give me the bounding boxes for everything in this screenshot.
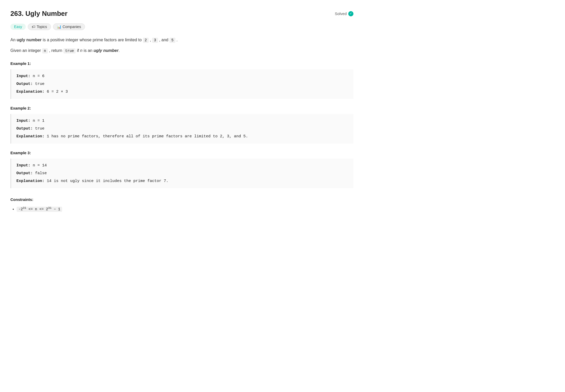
example-3-content: Input: n = 14 Output: false Explanation:…	[10, 159, 353, 188]
desc2-mid1: , return	[48, 48, 63, 53]
topics-tag[interactable]: 🏷 Topics	[28, 23, 51, 30]
desc-code-2: 2	[143, 38, 149, 43]
constraint-code-0: -231 <= n <= 231 − 1	[17, 207, 62, 212]
solved-badge: Solved ✓	[335, 11, 353, 17]
example-3-title: Example 3:	[10, 150, 353, 156]
constraints-list: -231 <= n <= 231 − 1	[10, 206, 353, 212]
companies-icon: 📊	[57, 25, 61, 29]
description-line1: An ugly number is a positive integer who…	[10, 36, 353, 44]
topics-icon: 🏷	[32, 25, 35, 29]
desc-sep1: ,	[149, 38, 152, 42]
example-3-output: Output: false	[16, 170, 348, 177]
companies-label: Companies	[63, 25, 81, 29]
difficulty-tag[interactable]: Easy	[10, 24, 26, 30]
desc2-mid3: is an	[82, 48, 94, 53]
example-3: Example 3: Input: n = 14 Output: false E…	[10, 150, 353, 188]
constraints-title: Constraints:	[10, 197, 353, 203]
desc2-prefix: Given an integer	[10, 48, 42, 53]
desc-code-5: 5	[169, 38, 175, 43]
desc2-n-italic: n	[80, 48, 82, 53]
constraints-section: Constraints: -231 <= n <= 231 − 1	[10, 197, 353, 212]
tags-row: Easy 🏷 Topics 📊 Companies	[10, 23, 353, 30]
solved-label: Solved	[335, 11, 347, 17]
companies-tag[interactable]: 📊 Companies	[53, 23, 85, 30]
solved-check-icon: ✓	[348, 11, 353, 16]
example-2: Example 2: Input: n = 1 Output: true Exp…	[10, 105, 353, 144]
example-3-explanation: Explanation: 14 is not ugly since it inc…	[16, 177, 348, 185]
example-1-input: Input: n = 6	[16, 72, 348, 80]
desc-code-3: 3	[152, 38, 158, 43]
constraint-item-0: -231 <= n <= 231 − 1	[17, 206, 353, 212]
example-1-output: Output: true	[16, 80, 348, 88]
topics-label: Topics	[37, 25, 47, 29]
example-2-explanation: Explanation: 1 has no prime factors, the…	[16, 133, 348, 140]
title-row: 263. Ugly Number Solved ✓	[10, 8, 353, 19]
example-1: Example 1: Input: n = 6 Output: true Exp…	[10, 60, 353, 99]
desc-ugly-bold: ugly number	[17, 38, 42, 42]
desc2-mid2: if	[76, 48, 80, 53]
example-2-input: Input: n = 1	[16, 117, 348, 125]
desc2-code-true: true	[63, 48, 76, 53]
example-2-output: Output: true	[16, 125, 348, 133]
desc-sep2: , and	[158, 38, 169, 42]
page-container: 263. Ugly Number Solved ✓ Easy 🏷 Topics …	[10, 8, 353, 212]
desc2-ugly-bold-italic: ugly number	[94, 48, 119, 53]
desc2-suffix: .	[119, 48, 120, 53]
problem-title: 263. Ugly Number	[10, 8, 68, 19]
desc-suffix: .	[175, 38, 178, 42]
example-3-input: Input: n = 14	[16, 162, 348, 170]
description-line2: Given an integer n , return true if n is…	[10, 47, 353, 54]
description: An ugly number is a positive integer who…	[10, 36, 353, 55]
desc-mid: is a positive integer whose prime factor…	[42, 38, 143, 42]
example-1-content: Input: n = 6 Output: true Explanation: 6…	[10, 69, 353, 99]
example-2-content: Input: n = 1 Output: true Explanation: 1…	[10, 114, 353, 144]
example-2-title: Example 2:	[10, 105, 353, 111]
example-1-explanation: Explanation: 6 = 2 × 3	[16, 88, 348, 96]
example-1-title: Example 1:	[10, 60, 353, 67]
desc2-code-n1: n	[42, 48, 48, 53]
desc-prefix: An	[10, 38, 17, 42]
